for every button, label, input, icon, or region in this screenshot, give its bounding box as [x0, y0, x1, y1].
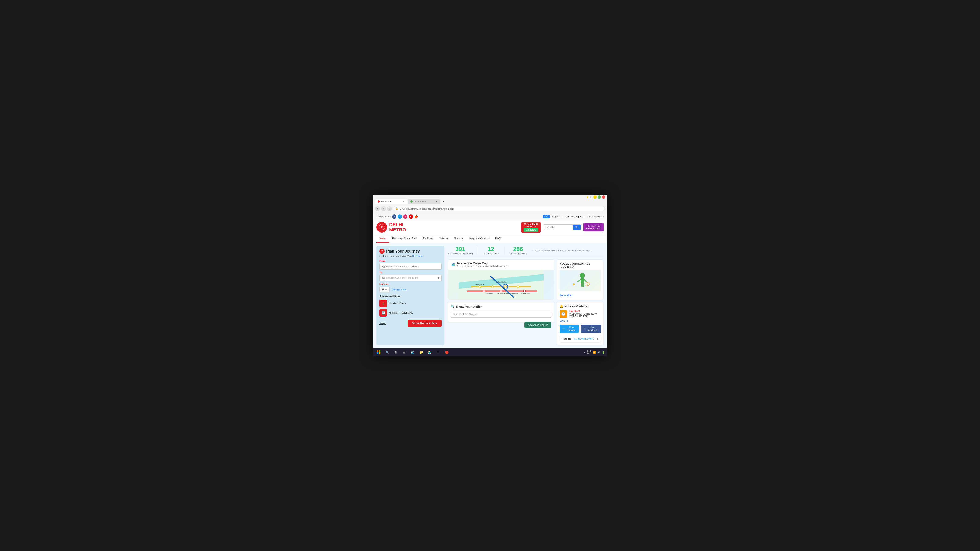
svg-text:Pratap Nagar: Pratap Nagar: [475, 284, 484, 286]
stat-network-number: 391: [448, 246, 473, 252]
nav-help[interactable]: Help and Contact: [466, 235, 492, 243]
search-bar: 🔍: [543, 224, 581, 230]
notice-item-1: 🕐 23/02/2022 WELCOME TO THE NEW DMRC WEB…: [560, 310, 601, 318]
know-more-button[interactable]: Know More: [560, 294, 573, 297]
minimize-button[interactable]: —: [593, 195, 597, 199]
metro-map-subtitle: Plan your journey using interactive and …: [457, 265, 508, 267]
tray-lang: ENG IN: [587, 350, 592, 354]
social-row: 🐦 Live Tweets f Live Facebook: [560, 325, 601, 333]
live-tweets-button[interactable]: 🐦 Live Tweets: [560, 325, 579, 333]
taskbar-taskview[interactable]: ⊞: [392, 349, 399, 356]
reset-link[interactable]: Reset: [379, 322, 386, 325]
svg-rect-26: [581, 283, 582, 287]
taskbar-widgets[interactable]: ▦: [401, 349, 407, 356]
maximize-button[interactable]: □: [598, 195, 601, 199]
new-tab-button[interactable]: +: [441, 199, 447, 204]
tab2-close[interactable]: ×: [436, 200, 437, 203]
svg-point-8: [492, 286, 494, 288]
tray-up-arrow[interactable]: ∧: [584, 351, 586, 354]
browser-tab-1[interactable]: home.html ×: [375, 199, 407, 204]
tab1-close[interactable]: ×: [403, 200, 404, 203]
advanced-search-button[interactable]: Advanced Search: [525, 322, 552, 328]
svg-text:🖐: 🖐: [573, 283, 575, 286]
interactive-map-link[interactable]: Click here: [412, 255, 423, 257]
to-select[interactable]: Type station name or click to select: [379, 275, 442, 281]
for-corporates-link[interactable]: For Corporates: [588, 215, 604, 218]
separator1: |: [563, 215, 563, 218]
taskbar-explorer[interactable]: 📁: [418, 349, 425, 356]
tray-volume: 🔊: [597, 351, 600, 354]
metro-map-title: Interactive Metro Map: [457, 262, 508, 265]
tweets-section: Tweets by @OfficialDMRC ℹ: [560, 335, 601, 343]
notice-text: WELCOME TO THE NEW DMRC WEBSITE: [570, 313, 601, 318]
browser-tab-2[interactable]: launch.html ×: [408, 199, 440, 204]
forward-button[interactable]: ›: [381, 206, 386, 211]
taskbar-store[interactable]: 🏪: [426, 349, 433, 356]
nav-facilities[interactable]: Facilities: [420, 235, 436, 243]
min-interchange-option[interactable]: 🔄 Minimum Interchange: [379, 309, 442, 316]
shortest-route-icon: 📍: [379, 300, 387, 307]
close-button[interactable]: ×: [602, 195, 605, 199]
for-passengers-link[interactable]: For Passengers: [566, 215, 582, 218]
facebook-link[interactable]: f: [392, 214, 396, 219]
search-button[interactable]: 🔍: [573, 225, 581, 230]
helpline-sublabel: Helpline nos.: [523, 225, 538, 227]
stat-divider-1: [478, 246, 478, 255]
nav-security[interactable]: Security: [451, 235, 466, 243]
top-bar: Follow us on : f t in ▶ 🍎 हिन्दी English…: [373, 214, 607, 220]
from-input[interactable]: [379, 263, 442, 270]
main-content: Z Plan Your Journey to plan through inte…: [373, 243, 607, 348]
tweets-header: Tweets by @OfficialDMRC ℹ: [562, 337, 598, 340]
nav-faq[interactable]: FAQ's: [492, 235, 505, 243]
svg-rect-23: [581, 278, 584, 283]
left-panels: 🗺️ Interactive Metro Map Plan your journ…: [448, 259, 554, 345]
leaving-label: Leaving: [379, 283, 442, 285]
min-interchange-label: Minimum Interchange: [389, 311, 413, 314]
station-search-input[interactable]: [451, 311, 552, 318]
svg-text:Tis Hazari: Tis Hazari: [496, 292, 503, 294]
now-button[interactable]: Now: [379, 287, 390, 292]
refresh-button[interactable]: ↻: [387, 206, 392, 211]
to-label: To: [379, 271, 442, 274]
nav-recharge[interactable]: Recharge Smart Card: [389, 235, 420, 243]
show-route-button[interactable]: Show Route & Fare: [408, 319, 442, 327]
plan-icon: Z: [379, 249, 385, 254]
metro-map-visual[interactable]: Vidhan Sabha Pratap Nagar Pulbangash Tis…: [448, 270, 554, 300]
change-time-link[interactable]: Change Time: [392, 288, 406, 291]
taskbar-search[interactable]: 🔍: [383, 349, 390, 356]
taskbar: 🔍 ⊞ ▦ 🌊 📁 🏪 ✉ 🔴 ∧ ENG IN 📶 🔊 🔋: [373, 348, 607, 356]
notice-clock-icon: 🕐: [560, 310, 567, 318]
follow-us-label: Follow us on :: [376, 215, 391, 218]
svg-point-13: [523, 290, 525, 292]
stat-lines-label: Total no of Lines: [483, 252, 499, 255]
live-facebook-button[interactable]: f Live Facebook: [581, 325, 601, 333]
stat-divider-2: [504, 246, 504, 255]
twitter-link[interactable]: t: [398, 214, 402, 219]
plan-footer: Reset Show Route & Fare: [379, 319, 442, 327]
view-all-button[interactable]: View All: [560, 319, 568, 322]
notices-panel: 🔔 Notices & Alerts 🕐 23/02/2022 WELCOME …: [557, 302, 604, 345]
taskbar-chrome[interactable]: 🔴: [443, 349, 450, 356]
hindi-lang-btn[interactable]: हिन्दी: [543, 215, 550, 218]
shortest-route-option[interactable]: 📍 Shortest Route: [379, 300, 442, 307]
instagram-link[interactable]: in: [403, 214, 407, 219]
helpline-number: 155370: [523, 228, 538, 232]
search-input[interactable]: [543, 225, 573, 230]
svg-text:Sai Gulla: Sai Gulla: [512, 292, 518, 294]
taskbar-mail[interactable]: ✉: [435, 349, 442, 356]
address-bar[interactable]: C:/Users/Admin/Desktop/website/website/h…: [399, 208, 454, 210]
english-lang[interactable]: English: [552, 215, 560, 218]
back-button[interactable]: ‹: [375, 206, 380, 211]
nav-network[interactable]: Network: [436, 235, 451, 243]
stat-stations-label: Total no of Stations: [509, 252, 527, 255]
svg-text:Shastri Park: Shastri Park: [522, 292, 530, 294]
shortest-route-label: Shortest Route: [389, 302, 406, 305]
start-button[interactable]: [375, 349, 382, 356]
service-status-button[interactable]: Click here for Service Status: [583, 223, 604, 232]
taskbar-edge[interactable]: 🌊: [409, 349, 416, 356]
svg-point-7: [479, 286, 481, 288]
nav-home[interactable]: Home: [376, 235, 389, 243]
youtube-link[interactable]: ▶: [409, 214, 413, 219]
svg-text:Pulbangash: Pulbangash: [485, 292, 493, 294]
stat-lines: 12 Total no of Lines: [483, 246, 499, 255]
